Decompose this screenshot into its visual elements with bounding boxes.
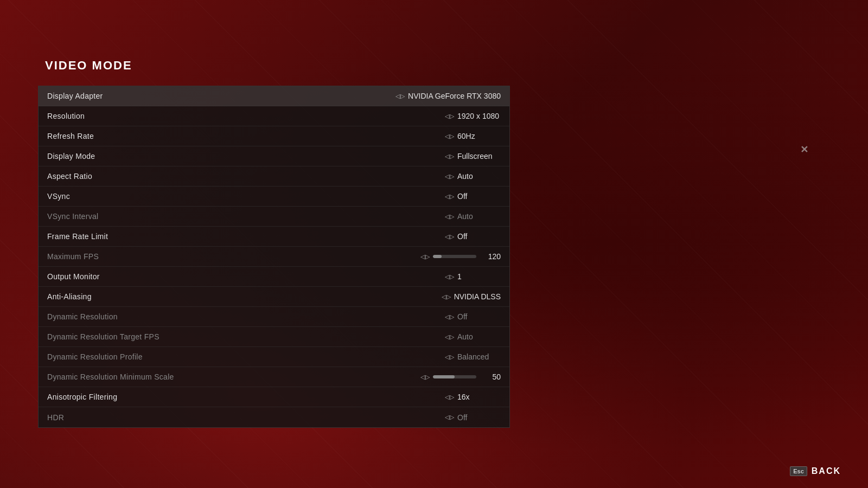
setting-value-hdr: ◁▷Off <box>445 413 501 422</box>
setting-value-text-display-mode: Fullscreen <box>457 152 501 160</box>
slider-container-dynamic-resolution-minimum-scale: 50 <box>433 373 501 381</box>
setting-label-display-mode: Display Mode <box>47 152 95 160</box>
slider-value-maximum-fps: 120 <box>482 252 501 261</box>
arrow-left-hdr[interactable]: ◁ <box>445 414 449 420</box>
arrow-right-aspect-ratio[interactable]: ▷ <box>450 174 454 179</box>
slider-fill-maximum-fps <box>433 255 442 258</box>
page-title: VIDEO MODE <box>45 59 132 73</box>
arrow-left-dynamic-resolution-minimum-scale[interactable]: ◁ <box>420 374 425 380</box>
arrows-icon-dynamic-resolution[interactable]: ◁▷ <box>445 314 454 320</box>
setting-value-text-dynamic-resolution-target-fps: Auto <box>457 332 501 341</box>
setting-value-resolution: ◁▷1920 x 1080 <box>445 112 501 120</box>
setting-row-aspect-ratio[interactable]: Aspect Ratio◁▷Auto <box>39 166 509 187</box>
setting-label-anti-aliasing: Anti-Aliasing <box>47 292 92 301</box>
setting-row-anisotropic-filtering[interactable]: Anisotropic Filtering◁▷16x <box>39 387 509 407</box>
arrow-right-refresh-rate[interactable]: ▷ <box>450 133 454 139</box>
arrows-icon-anti-aliasing[interactable]: ◁▷ <box>442 294 451 300</box>
setting-row-resolution[interactable]: Resolution◁▷1920 x 1080 <box>39 106 509 126</box>
setting-row-hdr[interactable]: HDR◁▷Off <box>39 407 509 427</box>
setting-value-text-output-monitor: 1 <box>457 272 501 281</box>
arrows-icon-anisotropic-filtering[interactable]: ◁▷ <box>445 394 454 400</box>
setting-row-display-adapter[interactable]: Display Adapter◁▷NVIDIA GeForce RTX 3080 <box>39 86 509 106</box>
setting-value-text-resolution: 1920 x 1080 <box>457 112 501 120</box>
arrow-right-maximum-fps[interactable]: ▷ <box>425 254 430 260</box>
arrow-right-display-mode[interactable]: ▷ <box>450 153 454 159</box>
arrow-left-frame-rate-limit[interactable]: ◁ <box>445 234 449 240</box>
arrows-icon-display-mode[interactable]: ◁▷ <box>445 153 454 159</box>
setting-value-dynamic-resolution-minimum-scale: ◁▷50 <box>420 373 501 381</box>
arrows-icon-output-monitor[interactable]: ◁▷ <box>445 274 454 280</box>
arrow-left-display-mode[interactable]: ◁ <box>445 153 449 159</box>
setting-row-vsync[interactable]: VSync◁▷Off <box>39 187 509 207</box>
setting-row-vsync-interval[interactable]: VSync Interval◁▷Auto <box>39 207 509 227</box>
arrow-left-anisotropic-filtering[interactable]: ◁ <box>445 394 449 400</box>
arrow-right-dynamic-resolution-target-fps[interactable]: ▷ <box>450 334 454 340</box>
arrow-right-dynamic-resolution[interactable]: ▷ <box>450 314 454 320</box>
setting-row-maximum-fps[interactable]: Maximum FPS◁▷120 <box>39 247 509 267</box>
arrow-left-display-adapter[interactable]: ◁ <box>395 93 400 99</box>
close-icon[interactable]: ✕ <box>800 144 808 156</box>
arrows-icon-vsync[interactable]: ◁▷ <box>445 194 454 200</box>
setting-row-dynamic-resolution-profile[interactable]: Dynamic Resolution Profile◁▷Balanced <box>39 347 509 367</box>
setting-label-aspect-ratio: Aspect Ratio <box>47 172 92 181</box>
arrow-left-dynamic-resolution-profile[interactable]: ◁ <box>445 354 449 360</box>
setting-value-dynamic-resolution: ◁▷Off <box>445 312 501 321</box>
arrow-left-aspect-ratio[interactable]: ◁ <box>445 174 449 179</box>
arrows-icon-hdr[interactable]: ◁▷ <box>445 414 454 420</box>
setting-row-output-monitor[interactable]: Output Monitor◁▷1 <box>39 267 509 287</box>
setting-row-dynamic-resolution[interactable]: Dynamic Resolution◁▷Off <box>39 307 509 327</box>
arrow-left-resolution[interactable]: ◁ <box>445 113 449 119</box>
arrow-right-frame-rate-limit[interactable]: ▷ <box>450 234 454 240</box>
setting-label-display-adapter: Display Adapter <box>47 92 103 100</box>
arrow-right-dynamic-resolution-profile[interactable]: ▷ <box>450 354 454 360</box>
arrow-right-anti-aliasing[interactable]: ▷ <box>446 294 451 300</box>
setting-row-dynamic-resolution-minimum-scale[interactable]: Dynamic Resolution Minimum Scale◁▷50 <box>39 367 509 387</box>
arrow-left-anti-aliasing[interactable]: ◁ <box>442 294 446 300</box>
setting-value-text-dynamic-resolution-profile: Balanced <box>457 352 501 361</box>
arrow-left-maximum-fps[interactable]: ◁ <box>420 254 425 260</box>
arrows-icon-dynamic-resolution-minimum-scale[interactable]: ◁▷ <box>420 374 430 380</box>
arrow-right-resolution[interactable]: ▷ <box>450 113 454 119</box>
setting-value-anti-aliasing: ◁▷NVIDIA DLSS <box>442 292 501 301</box>
arrow-right-hdr[interactable]: ▷ <box>450 414 454 420</box>
arrows-icon-dynamic-resolution-profile[interactable]: ◁▷ <box>445 354 454 360</box>
slider-track-maximum-fps[interactable] <box>433 255 476 258</box>
arrows-icon-vsync-interval[interactable]: ◁▷ <box>445 214 454 220</box>
arrow-left-output-monitor[interactable]: ◁ <box>445 274 449 280</box>
slider-track-dynamic-resolution-minimum-scale[interactable] <box>433 375 476 378</box>
setting-value-text-vsync-interval: Auto <box>457 212 501 221</box>
arrows-icon-dynamic-resolution-target-fps[interactable]: ◁▷ <box>445 334 454 340</box>
setting-value-frame-rate-limit: ◁▷Off <box>445 232 501 241</box>
arrow-right-dynamic-resolution-minimum-scale[interactable]: ▷ <box>425 374 430 380</box>
arrows-icon-resolution[interactable]: ◁▷ <box>445 113 454 119</box>
arrow-right-output-monitor[interactable]: ▷ <box>450 274 454 280</box>
setting-value-maximum-fps: ◁▷120 <box>420 252 501 261</box>
setting-row-refresh-rate[interactable]: Refresh Rate◁▷60Hz <box>39 126 509 146</box>
arrow-left-vsync-interval[interactable]: ◁ <box>445 214 449 220</box>
setting-row-display-mode[interactable]: Display Mode◁▷Fullscreen <box>39 146 509 166</box>
setting-value-refresh-rate: ◁▷60Hz <box>445 132 501 140</box>
setting-row-dynamic-resolution-target-fps[interactable]: Dynamic Resolution Target FPS◁▷Auto <box>39 327 509 347</box>
arrow-left-dynamic-resolution[interactable]: ◁ <box>445 314 449 320</box>
arrow-left-dynamic-resolution-target-fps[interactable]: ◁ <box>445 334 449 340</box>
arrows-icon-frame-rate-limit[interactable]: ◁▷ <box>445 234 454 240</box>
arrow-left-refresh-rate[interactable]: ◁ <box>445 133 449 139</box>
setting-value-text-vsync: Off <box>457 192 501 201</box>
back-button[interactable]: BACK <box>812 466 841 476</box>
setting-row-anti-aliasing[interactable]: Anti-Aliasing◁▷NVIDIA DLSS <box>39 287 509 307</box>
arrow-right-display-adapter[interactable]: ▷ <box>400 93 405 99</box>
setting-label-vsync-interval: VSync Interval <box>47 212 98 221</box>
arrows-icon-aspect-ratio[interactable]: ◁▷ <box>445 174 454 179</box>
arrows-icon-refresh-rate[interactable]: ◁▷ <box>445 133 454 139</box>
setting-row-frame-rate-limit[interactable]: Frame Rate Limit◁▷Off <box>39 227 509 247</box>
setting-label-dynamic-resolution-target-fps: Dynamic Resolution Target FPS <box>47 332 159 341</box>
setting-label-frame-rate-limit: Frame Rate Limit <box>47 232 108 241</box>
arrow-right-anisotropic-filtering[interactable]: ▷ <box>450 394 454 400</box>
arrow-left-vsync[interactable]: ◁ <box>445 194 449 200</box>
arrows-icon-maximum-fps[interactable]: ◁▷ <box>420 254 430 260</box>
arrows-icon-display-adapter[interactable]: ◁▷ <box>395 93 405 99</box>
setting-label-vsync: VSync <box>47 192 70 201</box>
settings-panel: Display Adapter◁▷NVIDIA GeForce RTX 3080… <box>38 86 510 428</box>
arrow-right-vsync-interval[interactable]: ▷ <box>450 214 454 220</box>
arrow-right-vsync[interactable]: ▷ <box>450 194 454 200</box>
